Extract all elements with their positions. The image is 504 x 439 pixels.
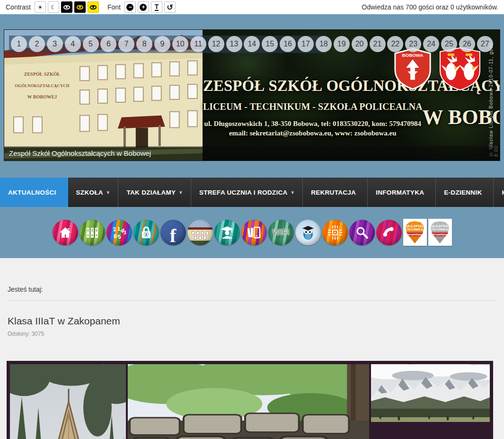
header-slideshow: ZESPÓŁ SZKÓŁ OGÓLNOKSZTAŁCĄCYCH W BOBOWE… <box>4 29 500 161</box>
nav-item-label: INFORMATYKA <box>376 189 424 196</box>
documents-link[interactable] <box>80 220 105 245</box>
eye-icon <box>90 5 97 9</box>
svg-text:2: 2 <box>112 225 117 233</box>
nav-menu-item[interactable]: E-DZIENNIK <box>436 178 494 207</box>
slide-page-button[interactable]: 24 <box>423 36 439 52</box>
chip-circuit-icon <box>327 225 343 240</box>
slide-page-button[interactable]: 19 <box>334 36 350 52</box>
slide-page-button[interactable]: 11 <box>190 36 206 52</box>
font-label: Font <box>107 3 121 11</box>
contrast-night-button[interactable]: ☾ <box>48 1 59 13</box>
slide-page-button[interactable]: 26 <box>459 36 475 52</box>
slide-page-button[interactable]: 2 <box>29 36 45 52</box>
building-thumbnail-icon <box>187 220 213 245</box>
slide-page-button[interactable]: 17 <box>298 36 314 52</box>
accessibility-toolbar: Contrast ☀ ☾ Font − + T ↺ Odwiedza nas 7… <box>0 0 504 14</box>
binders-icon <box>85 225 100 240</box>
silver-shield-icon: NAJLEPSZE TECHNIKA Perspektywy <box>430 221 450 243</box>
slide-page-button[interactable]: 3 <box>47 36 63 52</box>
font-default-button[interactable]: T <box>151 1 162 13</box>
login-link[interactable] <box>133 220 159 245</box>
breadcrumb: Jesteś tutaj: <box>8 286 496 293</box>
minus-icon: − <box>126 4 133 11</box>
search-icon <box>354 225 370 240</box>
slide-page-button[interactable]: 14 <box>244 36 260 52</box>
contrast-day-button[interactable]: ☀ <box>35 1 46 13</box>
slide-page-button[interactable]: 9 <box>154 36 170 52</box>
slide-page-button[interactable]: 18 <box>316 36 332 52</box>
main-navigation: AKTUALNOŚCI SZKOŁA ∨ TAK DZIAŁAMY ∨ STRE… <box>0 178 504 207</box>
font-increase-button[interactable]: + <box>138 1 149 13</box>
phone-link[interactable] <box>376 220 402 245</box>
photo-gallery <box>7 361 493 439</box>
school-photo-link[interactable] <box>187 220 213 245</box>
slide-page-button[interactable]: 27 <box>477 36 493 52</box>
library-link[interactable] <box>241 220 267 245</box>
eye-icon <box>77 5 83 9</box>
slide-page-button[interactable]: 21 <box>370 36 386 52</box>
home-icon <box>58 225 73 240</box>
reset-button[interactable]: ↺ <box>164 1 176 13</box>
gallery-photo-wooden-chapel[interactable] <box>10 364 126 439</box>
slide-page-button[interactable]: 1 <box>11 36 27 52</box>
views-counter: Odsłony: 3075 <box>8 331 496 337</box>
slide-page-button[interactable]: 8 <box>136 36 152 52</box>
contrast-white-on-black-button[interactable] <box>61 1 72 13</box>
facebook-link[interactable]: f <box>160 220 186 245</box>
contrast-black-on-yellow-button[interactable] <box>88 1 99 13</box>
nav-menu-item[interactable]: KONTAKT ∨ <box>494 178 504 207</box>
moon-icon: ☾ <box>51 4 56 11</box>
svg-text:3: 3 <box>124 230 126 235</box>
nav-menu-item[interactable]: STREFA UCZNIA I RODZICA ∨ <box>191 178 303 207</box>
contrast-yellow-on-black-button[interactable] <box>74 1 86 13</box>
informatics-link[interactable] <box>322 220 348 245</box>
nav-menu-item[interactable]: TAK DZIAŁAMY ∨ <box>118 178 191 207</box>
nav-menu-item[interactable]: INFORMATYKA <box>368 178 436 207</box>
phone-icon <box>381 225 397 240</box>
slide-page-button[interactable]: 22 <box>387 36 403 52</box>
search-link[interactable] <box>349 220 375 245</box>
nav-item-label: SZKOŁA <box>76 189 103 196</box>
gallery-photo-tatra-mountains[interactable] <box>371 364 490 422</box>
slide-page-button[interactable]: 4 <box>65 36 81 52</box>
slide-page-button[interactable]: 7 <box>118 36 134 52</box>
nav-item-label: KONTAKT <box>502 189 504 196</box>
sun-icon: ☀ <box>37 4 43 11</box>
slide-page-button[interactable]: 5 <box>83 36 99 52</box>
nav-menu-item[interactable]: AKTUALNOŚCI <box>0 178 68 207</box>
slide-page-button[interactable]: 25 <box>441 36 457 52</box>
banner-address: ul. Długoszowskich 1, 38-350 Bobowa, tel… <box>203 120 423 128</box>
numbers-icon: 2 1 4 3 6 5 <box>112 225 127 240</box>
graduate-icon <box>220 225 235 240</box>
nav-menu-item[interactable]: SZKOŁA ∨ <box>68 178 119 207</box>
nav-item-label: TAK DZIAŁAMY <box>126 189 176 196</box>
gallery-photo-stone-wall[interactable] <box>128 364 369 439</box>
nav-item-label: E-DZIENNIK <box>444 189 482 196</box>
best-technika-silver-badge[interactable]: NAJLEPSZE TECHNIKA Perspektywy <box>428 219 452 246</box>
slide-page-button[interactable]: 12 <box>208 36 224 52</box>
nav-menu-item[interactable]: REKRUTACJA <box>303 178 368 207</box>
owl-link[interactable] <box>295 220 321 245</box>
facebook-icon: f <box>170 224 176 245</box>
nav-item-label: STREFA UCZNIA I RODZICA <box>199 189 288 196</box>
plus-icon: + <box>140 4 147 11</box>
wifi-link[interactable]: WiFi <box>268 220 294 245</box>
slide-page-button[interactable]: 15 <box>262 36 278 52</box>
substitutions-link[interactable]: 2 1 4 3 6 5 <box>106 220 132 245</box>
slide-page-button[interactable]: 13 <box>226 36 242 52</box>
slide-page-button[interactable]: 6 <box>100 36 116 52</box>
slide-page-button[interactable]: 10 <box>172 36 188 52</box>
slide-page-button[interactable]: 23 <box>405 36 421 52</box>
slide-page-button[interactable]: 16 <box>280 36 296 52</box>
best-technika-gold-badge[interactable]: NAJLEPSZE TECHNIKA Perspektywy <box>403 219 427 246</box>
badge-line1: NAJLEPSZE <box>430 224 449 228</box>
building-wall-text-line2: OGÓLNOKSZTAŁCĄCYCH <box>15 83 70 88</box>
quicklinks-row: 2 1 4 3 6 5 f <box>4 207 500 258</box>
chevron-down-icon: ∨ <box>179 190 183 195</box>
slide-page-button[interactable]: 20 <box>352 36 368 52</box>
home-link[interactable] <box>53 220 78 245</box>
divider <box>8 300 496 301</box>
font-decrease-button[interactable]: − <box>124 1 136 13</box>
page-title: Klasa IIIaT w Zakopanem <box>8 315 496 327</box>
graduate-link[interactable] <box>214 220 240 245</box>
